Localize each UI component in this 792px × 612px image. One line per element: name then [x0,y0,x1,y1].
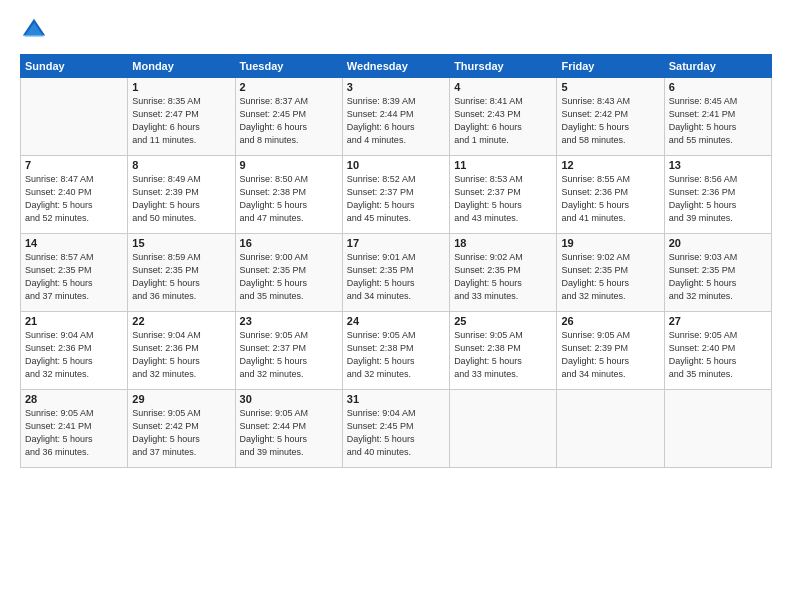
header [20,16,772,44]
day-info: Sunrise: 9:04 AM Sunset: 2:36 PM Dayligh… [132,329,230,381]
day-cell: 6Sunrise: 8:45 AM Sunset: 2:41 PM Daylig… [664,78,771,156]
day-cell: 28Sunrise: 9:05 AM Sunset: 2:41 PM Dayli… [21,390,128,468]
day-cell: 18Sunrise: 9:02 AM Sunset: 2:35 PM Dayli… [450,234,557,312]
col-header-sunday: Sunday [21,55,128,78]
day-cell [450,390,557,468]
day-info: Sunrise: 9:05 AM Sunset: 2:41 PM Dayligh… [25,407,123,459]
day-number: 24 [347,315,445,327]
logo-icon [20,16,48,44]
day-number: 15 [132,237,230,249]
col-header-friday: Friday [557,55,664,78]
day-number: 29 [132,393,230,405]
day-number: 6 [669,81,767,93]
day-number: 28 [25,393,123,405]
day-number: 14 [25,237,123,249]
day-info: Sunrise: 9:05 AM Sunset: 2:42 PM Dayligh… [132,407,230,459]
day-cell: 2Sunrise: 8:37 AM Sunset: 2:45 PM Daylig… [235,78,342,156]
day-info: Sunrise: 9:05 AM Sunset: 2:39 PM Dayligh… [561,329,659,381]
day-number: 4 [454,81,552,93]
day-number: 13 [669,159,767,171]
day-cell: 8Sunrise: 8:49 AM Sunset: 2:39 PM Daylig… [128,156,235,234]
day-cell: 19Sunrise: 9:02 AM Sunset: 2:35 PM Dayli… [557,234,664,312]
day-info: Sunrise: 9:05 AM Sunset: 2:44 PM Dayligh… [240,407,338,459]
day-cell: 1Sunrise: 8:35 AM Sunset: 2:47 PM Daylig… [128,78,235,156]
day-cell: 20Sunrise: 9:03 AM Sunset: 2:35 PM Dayli… [664,234,771,312]
day-number: 25 [454,315,552,327]
day-number: 8 [132,159,230,171]
day-info: Sunrise: 8:57 AM Sunset: 2:35 PM Dayligh… [25,251,123,303]
day-cell: 3Sunrise: 8:39 AM Sunset: 2:44 PM Daylig… [342,78,449,156]
week-row-2: 14Sunrise: 8:57 AM Sunset: 2:35 PM Dayli… [21,234,772,312]
day-cell: 25Sunrise: 9:05 AM Sunset: 2:38 PM Dayli… [450,312,557,390]
day-info: Sunrise: 9:02 AM Sunset: 2:35 PM Dayligh… [454,251,552,303]
day-cell [21,78,128,156]
calendar-table: SundayMondayTuesdayWednesdayThursdayFrid… [20,54,772,468]
day-info: Sunrise: 8:45 AM Sunset: 2:41 PM Dayligh… [669,95,767,147]
day-number: 31 [347,393,445,405]
day-cell: 7Sunrise: 8:47 AM Sunset: 2:40 PM Daylig… [21,156,128,234]
day-info: Sunrise: 8:43 AM Sunset: 2:42 PM Dayligh… [561,95,659,147]
day-cell: 22Sunrise: 9:04 AM Sunset: 2:36 PM Dayli… [128,312,235,390]
day-cell: 13Sunrise: 8:56 AM Sunset: 2:36 PM Dayli… [664,156,771,234]
day-cell: 5Sunrise: 8:43 AM Sunset: 2:42 PM Daylig… [557,78,664,156]
day-info: Sunrise: 8:41 AM Sunset: 2:43 PM Dayligh… [454,95,552,147]
day-cell: 27Sunrise: 9:05 AM Sunset: 2:40 PM Dayli… [664,312,771,390]
week-row-3: 21Sunrise: 9:04 AM Sunset: 2:36 PM Dayli… [21,312,772,390]
day-cell: 11Sunrise: 8:53 AM Sunset: 2:37 PM Dayli… [450,156,557,234]
day-number: 10 [347,159,445,171]
day-info: Sunrise: 9:02 AM Sunset: 2:35 PM Dayligh… [561,251,659,303]
day-number: 21 [25,315,123,327]
day-info: Sunrise: 9:05 AM Sunset: 2:38 PM Dayligh… [454,329,552,381]
day-info: Sunrise: 8:52 AM Sunset: 2:37 PM Dayligh… [347,173,445,225]
day-cell: 26Sunrise: 9:05 AM Sunset: 2:39 PM Dayli… [557,312,664,390]
day-number: 27 [669,315,767,327]
day-info: Sunrise: 8:55 AM Sunset: 2:36 PM Dayligh… [561,173,659,225]
day-info: Sunrise: 8:49 AM Sunset: 2:39 PM Dayligh… [132,173,230,225]
day-info: Sunrise: 8:56 AM Sunset: 2:36 PM Dayligh… [669,173,767,225]
day-info: Sunrise: 9:00 AM Sunset: 2:35 PM Dayligh… [240,251,338,303]
day-cell [557,390,664,468]
week-row-4: 28Sunrise: 9:05 AM Sunset: 2:41 PM Dayli… [21,390,772,468]
day-number: 2 [240,81,338,93]
day-number: 18 [454,237,552,249]
day-number: 3 [347,81,445,93]
day-number: 19 [561,237,659,249]
day-cell: 30Sunrise: 9:05 AM Sunset: 2:44 PM Dayli… [235,390,342,468]
day-cell: 14Sunrise: 8:57 AM Sunset: 2:35 PM Dayli… [21,234,128,312]
day-number: 9 [240,159,338,171]
day-info: Sunrise: 9:01 AM Sunset: 2:35 PM Dayligh… [347,251,445,303]
day-info: Sunrise: 8:47 AM Sunset: 2:40 PM Dayligh… [25,173,123,225]
col-header-wednesday: Wednesday [342,55,449,78]
day-number: 22 [132,315,230,327]
col-header-saturday: Saturday [664,55,771,78]
day-info: Sunrise: 8:53 AM Sunset: 2:37 PM Dayligh… [454,173,552,225]
day-number: 12 [561,159,659,171]
day-cell [664,390,771,468]
page: SundayMondayTuesdayWednesdayThursdayFrid… [0,0,792,612]
day-cell: 16Sunrise: 9:00 AM Sunset: 2:35 PM Dayli… [235,234,342,312]
week-row-0: 1Sunrise: 8:35 AM Sunset: 2:47 PM Daylig… [21,78,772,156]
day-cell: 9Sunrise: 8:50 AM Sunset: 2:38 PM Daylig… [235,156,342,234]
day-info: Sunrise: 9:04 AM Sunset: 2:45 PM Dayligh… [347,407,445,459]
day-info: Sunrise: 9:05 AM Sunset: 2:40 PM Dayligh… [669,329,767,381]
col-header-thursday: Thursday [450,55,557,78]
day-cell: 24Sunrise: 9:05 AM Sunset: 2:38 PM Dayli… [342,312,449,390]
day-number: 20 [669,237,767,249]
day-number: 5 [561,81,659,93]
col-header-monday: Monday [128,55,235,78]
day-info: Sunrise: 8:39 AM Sunset: 2:44 PM Dayligh… [347,95,445,147]
day-number: 1 [132,81,230,93]
header-row: SundayMondayTuesdayWednesdayThursdayFrid… [21,55,772,78]
day-number: 11 [454,159,552,171]
day-cell: 21Sunrise: 9:04 AM Sunset: 2:36 PM Dayli… [21,312,128,390]
day-cell: 10Sunrise: 8:52 AM Sunset: 2:37 PM Dayli… [342,156,449,234]
day-info: Sunrise: 9:03 AM Sunset: 2:35 PM Dayligh… [669,251,767,303]
logo [20,16,52,44]
day-info: Sunrise: 8:35 AM Sunset: 2:47 PM Dayligh… [132,95,230,147]
day-cell: 17Sunrise: 9:01 AM Sunset: 2:35 PM Dayli… [342,234,449,312]
day-cell: 31Sunrise: 9:04 AM Sunset: 2:45 PM Dayli… [342,390,449,468]
day-cell: 23Sunrise: 9:05 AM Sunset: 2:37 PM Dayli… [235,312,342,390]
week-row-1: 7Sunrise: 8:47 AM Sunset: 2:40 PM Daylig… [21,156,772,234]
day-info: Sunrise: 8:50 AM Sunset: 2:38 PM Dayligh… [240,173,338,225]
day-cell: 4Sunrise: 8:41 AM Sunset: 2:43 PM Daylig… [450,78,557,156]
